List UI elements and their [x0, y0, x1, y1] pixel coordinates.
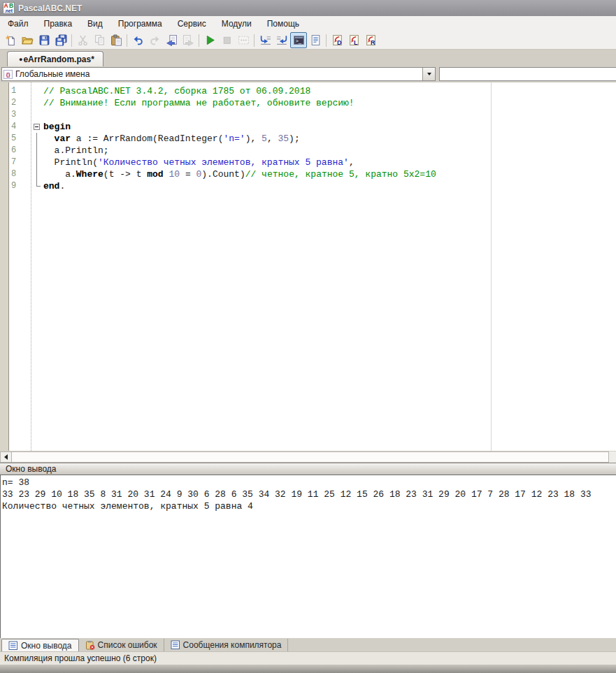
save-icon	[38, 34, 50, 46]
code-editor[interactable]: 1// PascalABC.NET 3.4.2, сборка 1785 от …	[0, 82, 616, 451]
status-bar-text: Компиляция прошла успешно (6 строк)	[4, 653, 157, 663]
scope-combobox[interactable]: {} Глобальные имена	[1, 67, 436, 81]
undo-button[interactable]	[129, 32, 146, 48]
code-line-2[interactable]: 2// Внимание! Если программа не работает…	[0, 97, 616, 109]
fold-collapse-icon[interactable]	[34, 124, 40, 130]
menu-item-modules[interactable]: Модули	[214, 17, 259, 31]
code-text	[43, 109, 616, 121]
page-lines-icon	[310, 34, 322, 46]
document-tab-label: eArrRandom.pas*	[23, 55, 94, 64]
list-icon	[171, 640, 180, 650]
paste-icon	[110, 34, 122, 46]
fold-line	[36, 168, 37, 180]
toolbar-separator	[71, 34, 72, 47]
braces-icon: {}	[3, 70, 13, 79]
code-line-8[interactable]: 8 a.Where(t -> t mod 10 = 0).Count)// че…	[0, 168, 616, 180]
watch-l-button[interactable]: L	[345, 32, 362, 48]
fold-marker	[31, 133, 43, 145]
scope-dropdown-button[interactable]	[422, 68, 435, 80]
bottom-tab-compiler-messages[interactable]: Сообщения компилятора	[164, 639, 289, 651]
new-file-button[interactable]	[2, 32, 19, 48]
code-text: a.Where(t -> t mod 10 = 0).Count)// четн…	[43, 168, 616, 180]
dotted-icon	[238, 34, 250, 46]
toolbar-separator	[326, 34, 327, 47]
bottom-tab-output[interactable]: Окно вывода	[1, 639, 79, 651]
save-button[interactable]	[36, 32, 52, 48]
menu-item-program[interactable]: Программа	[110, 17, 170, 31]
save-all-icon	[55, 34, 67, 46]
code-line-7[interactable]: 7 Println('Количество четных элементов, …	[0, 157, 616, 168]
save-all-button[interactable]	[52, 32, 69, 48]
chevron-down-icon	[427, 73, 431, 75]
code-line-5[interactable]: 5 var a := ArrRandom(ReadInteger('n='), …	[0, 133, 616, 145]
navigation-row: {} Глобальные имена	[0, 66, 616, 82]
fold-line	[36, 157, 37, 168]
console-window-button[interactable]: >_	[290, 32, 307, 48]
code-line-3[interactable]: 3	[0, 109, 616, 121]
tab-earrrandom-pas[interactable]: ● eArrRandom.pas*	[7, 51, 103, 66]
output-panel-body[interactable]: n= 3833 23 29 10 18 35 8 31 20 31 24 9 3…	[0, 475, 616, 638]
members-combobox[interactable]	[439, 67, 616, 81]
toolbar: >_DLR	[0, 31, 616, 50]
prev-pos-icon	[166, 34, 178, 46]
letter-page-icon: R	[365, 34, 377, 46]
code-line-6[interactable]: 6 a.Println;	[0, 145, 616, 157]
cut-button	[74, 32, 91, 48]
output-line: Количество четных элементов, кратных 5 р…	[2, 500, 616, 512]
prev-position-button[interactable]	[163, 32, 180, 48]
output-panel-header: Окно вывода	[0, 463, 616, 475]
menu-item-service[interactable]: Сервис	[170, 17, 214, 31]
format-code-button	[235, 32, 252, 48]
letter-page-icon: L	[348, 34, 360, 46]
fold-marker	[31, 168, 43, 180]
code-line-4[interactable]: 4begin	[0, 121, 616, 133]
line-number: 8	[0, 168, 31, 180]
next-position-button	[180, 32, 196, 48]
line-number: 1	[0, 85, 31, 97]
bottom-tab-errors[interactable]: Список ошибок	[79, 639, 164, 651]
menu-item-edit[interactable]: Правка	[36, 17, 80, 31]
menu-item-view[interactable]: Вид	[80, 17, 110, 31]
toolbar-separator	[127, 34, 127, 47]
line-number: 9	[0, 180, 31, 192]
new-file-icon	[5, 34, 17, 46]
list-icon	[8, 641, 18, 651]
fold-marker	[31, 145, 43, 157]
document-tab-strip: ● eArrRandom.pas*	[0, 50, 616, 66]
indent-icon	[259, 34, 271, 46]
watch-r-button[interactable]: R	[362, 32, 379, 48]
scroll-left-button[interactable]	[0, 451, 12, 463]
open-file-button[interactable]	[19, 32, 36, 48]
menu-bar: ФайлПравкаВидПрограммаСервисМодулиПомощь	[0, 16, 616, 31]
error-list-icon	[85, 640, 95, 650]
outdent-icon	[276, 34, 288, 46]
code-text: var a := ArrRandom(ReadInteger('n='), 5,…	[43, 133, 616, 145]
line-number: 4	[0, 121, 31, 133]
editor-horizontal-scrollbar[interactable]	[0, 451, 616, 463]
svg-text:R: R	[370, 39, 375, 46]
bottom-tab-strip: Окно выводаСписок ошибокСообщения компил…	[0, 638, 616, 651]
code-line-9[interactable]: 9end.	[0, 180, 616, 192]
code-lines: 1// PascalABC.NET 3.4.2, сборка 1785 от …	[0, 85, 616, 192]
outdent-button[interactable]	[273, 32, 290, 48]
undo-icon	[132, 34, 144, 46]
menu-item-file[interactable]: Файл	[0, 17, 36, 31]
svg-text:>_: >_	[295, 38, 301, 44]
fold-margin	[31, 85, 43, 97]
toolbar-separator	[254, 34, 255, 47]
title-bar: AB.net PascalABC.NET	[0, 0, 616, 16]
watch-d-button[interactable]: D	[329, 32, 345, 48]
scope-combobox-value: Глобальные имена	[14, 69, 89, 79]
bottom-tab-label: Список ошибок	[98, 640, 157, 650]
run-button[interactable]	[201, 32, 218, 48]
letter-page-icon: D	[331, 34, 343, 46]
menu-item-help[interactable]: Помощь	[259, 17, 307, 31]
code-line-1[interactable]: 1// PascalABC.NET 3.4.2, сборка 1785 от …	[0, 85, 616, 97]
bottom-tab-label: Окно вывода	[21, 641, 72, 651]
output-panel-button[interactable]	[307, 32, 324, 48]
scrollbar-thumb[interactable]	[12, 451, 609, 463]
play-icon	[204, 34, 216, 46]
line-number: 2	[0, 97, 31, 109]
paste-button[interactable]	[108, 32, 124, 48]
indent-button[interactable]	[257, 32, 273, 48]
